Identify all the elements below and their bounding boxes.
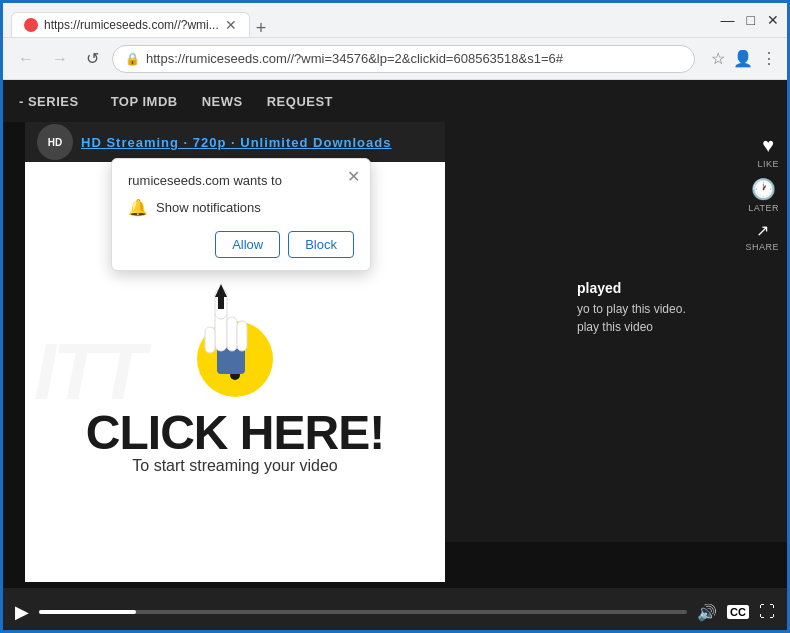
bookmark-icon[interactable]: ☆ <box>711 49 725 68</box>
browser-titlebar: https://rumiceseeds.com//?wmi... ✕ + — □… <box>3 3 787 38</box>
back-button[interactable]: ← <box>13 48 39 70</box>
site-content: - SERIES TOP IMDB NEWS REQUEST HD HD Str… <box>3 80 787 633</box>
like-label: LIKE <box>757 159 779 169</box>
address-bar[interactable]: 🔒 https://rumiceseeds.com//?wmi=34576&lp… <box>112 45 695 73</box>
hand-warning-graphic <box>175 269 295 409</box>
browser-addressbar: ← → ↺ 🔒 https://rumiceseeds.com//?wmi=34… <box>3 38 787 80</box>
nav-request[interactable]: REQUEST <box>267 94 333 109</box>
close-button[interactable]: ✕ <box>767 12 779 28</box>
maximize-button[interactable]: □ <box>747 12 755 28</box>
popup-buttons: Allow Block <box>128 231 354 258</box>
progress-fill <box>39 610 136 614</box>
popup-notif-text: Show notifications <box>156 200 261 215</box>
tab-favicon <box>24 18 38 32</box>
cannot-play-line1: yo to play this video. <box>577 300 777 318</box>
hd-badge-text: HD <box>48 137 62 148</box>
cc-button[interactable]: CC <box>727 605 749 619</box>
later-action[interactable]: 🕐 LATER <box>748 177 779 213</box>
svg-rect-5 <box>227 317 237 351</box>
fullscreen-button[interactable]: ⛶ <box>759 603 775 621</box>
bell-icon: 🔔 <box>128 198 148 217</box>
sub-text: To start streaming your video <box>132 457 337 475</box>
cannot-play-line2: play this video <box>577 318 777 336</box>
tab-title: https://rumiceseeds.com//?wmi... <box>44 18 219 32</box>
share-icon: ↗ <box>756 221 769 240</box>
progress-bar[interactable] <box>39 610 687 614</box>
svg-rect-7 <box>205 327 215 353</box>
window-controls: — □ ✕ <box>721 12 779 28</box>
video-controls: ▶ 🔊 CC ⛶ <box>3 588 787 633</box>
profile-icon[interactable]: 👤 <box>733 49 753 68</box>
svg-rect-10 <box>218 297 224 309</box>
browser-tabs: https://rumiceseeds.com//?wmi... ✕ + <box>11 3 266 37</box>
allow-button[interactable]: Allow <box>215 231 280 258</box>
popup-close-button[interactable]: ✕ <box>347 167 360 186</box>
forward-button[interactable]: → <box>47 48 73 70</box>
browser-tab[interactable]: https://rumiceseeds.com//?wmi... ✕ <box>11 12 250 37</box>
site-navbar: - SERIES TOP IMDB NEWS REQUEST <box>3 80 787 122</box>
refresh-button[interactable]: ↺ <box>81 47 104 70</box>
volume-icon[interactable]: 🔊 <box>697 603 717 622</box>
share-action[interactable]: ↗ SHARE <box>745 221 779 252</box>
address-actions: ☆ 👤 ⋮ <box>711 49 777 68</box>
block-button[interactable]: Block <box>288 231 354 258</box>
nav-series[interactable]: - SERIES <box>19 94 79 109</box>
hd-banner: HD HD Streaming · 720p · Unlimited Downl… <box>25 122 445 162</box>
share-label: SHARE <box>745 242 779 252</box>
lock-icon: 🔒 <box>125 52 140 66</box>
menu-icon[interactable]: ⋮ <box>761 49 777 68</box>
minimize-button[interactable]: — <box>721 12 735 28</box>
like-icon: ♥ <box>762 134 774 157</box>
svg-rect-6 <box>237 321 247 351</box>
later-label: LATER <box>748 203 779 213</box>
cannot-play-overlay: played yo to play this video. play this … <box>577 280 777 336</box>
watermark: ITT <box>34 326 142 418</box>
popup-title: rumiceseeds.com wants to <box>128 173 354 188</box>
hd-circle-icon: HD <box>37 124 73 160</box>
hd-streaming-text: HD Streaming · 720p · Unlimited Download… <box>81 135 391 150</box>
nav-news[interactable]: NEWS <box>202 94 243 109</box>
play-button[interactable]: ▶ <box>15 601 29 623</box>
like-action[interactable]: ♥ LIKE <box>757 134 779 169</box>
later-icon: 🕐 <box>751 177 776 201</box>
tab-close-button[interactable]: ✕ <box>225 17 237 33</box>
popup-notification-row: 🔔 Show notifications <box>128 198 354 217</box>
url-text: https://rumiceseeds.com//?wmi=34576&lp=2… <box>146 51 682 66</box>
notification-popup: ✕ rumiceseeds.com wants to 🔔 Show notifi… <box>111 158 371 271</box>
cannot-play-title: played <box>577 280 777 296</box>
nav-top-imdb[interactable]: TOP IMDB <box>111 94 178 109</box>
new-tab-button[interactable]: + <box>256 19 267 37</box>
